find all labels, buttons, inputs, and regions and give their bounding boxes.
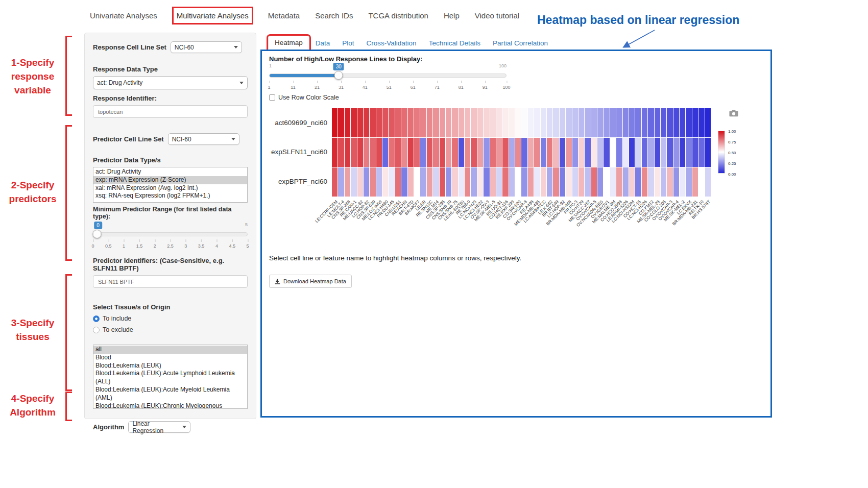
heatmap-cell[interactable]	[692, 108, 698, 137]
heatmap-cell[interactable]	[471, 108, 476, 137]
heatmap-cell[interactable]	[509, 167, 515, 197]
tissue-exclude-radio-row[interactable]: To exclude	[93, 326, 248, 333]
heatmap-cell[interactable]	[484, 108, 489, 137]
heatmap-cell[interactable]	[496, 108, 502, 137]
tab-heatmap[interactable]: Heatmap	[268, 36, 309, 50]
radio-unselected-icon[interactable]	[93, 327, 100, 333]
heatmap-cell[interactable]	[490, 167, 496, 197]
heatmap-cell[interactable]	[635, 138, 641, 167]
heatmap-cell[interactable]	[597, 108, 603, 137]
heatmap-cell[interactable]	[357, 138, 363, 167]
heatmap-cell[interactable]	[459, 167, 464, 197]
heatmap-cell[interactable]	[357, 167, 363, 197]
heatmap-cell[interactable]	[591, 108, 597, 137]
heatmap-cell[interactable]	[566, 108, 571, 137]
heatmap-cell[interactable]	[345, 108, 350, 137]
heatmap-cell[interactable]	[616, 138, 622, 167]
heatmap-cell[interactable]	[376, 108, 382, 137]
heatmap-cell[interactable]	[604, 167, 609, 197]
heatmap-cell[interactable]	[585, 138, 590, 167]
heatmap-cell[interactable]	[351, 108, 356, 137]
heatmap-cell[interactable]	[332, 108, 337, 137]
heatmap-cell[interactable]	[471, 167, 476, 197]
heatmap-cell[interactable]	[446, 167, 451, 197]
heatmap-cell[interactable]	[338, 108, 344, 137]
heatmap-cell[interactable]	[427, 108, 432, 137]
heatmap-cell[interactable]	[521, 167, 527, 197]
heatmap-cell[interactable]	[547, 167, 552, 197]
heatmap-cell[interactable]	[528, 138, 534, 167]
heatmap-cell[interactable]	[389, 167, 394, 197]
predictor-identifiers-input[interactable]	[93, 275, 248, 288]
listbox-option[interactable]: act: Drug Activity	[93, 168, 247, 176]
heatmap-cell[interactable]	[408, 138, 414, 167]
response-identifier-input[interactable]	[93, 105, 248, 118]
heatmap-grid[interactable]	[332, 108, 711, 197]
heatmap-cell[interactable]	[578, 138, 584, 167]
heatmap-cell[interactable]	[427, 138, 432, 167]
heatmap-cell[interactable]	[414, 108, 420, 137]
heatmap-cell[interactable]	[680, 167, 685, 197]
heatmap-cell[interactable]	[661, 167, 666, 197]
nav-item-help[interactable]: Help	[444, 11, 460, 20]
heatmap-cell[interactable]	[382, 138, 388, 167]
heatmap-cell[interactable]	[332, 138, 337, 167]
heatmap-cell[interactable]	[692, 138, 698, 167]
heatmap-cell[interactable]	[572, 108, 578, 137]
heatmap-cell[interactable]	[459, 108, 464, 137]
heatmap-cell[interactable]	[604, 138, 609, 167]
heatmap-row-label[interactable]: expSLFN11_nci60	[262, 147, 327, 157]
heatmap-cell[interactable]	[667, 138, 672, 167]
heatmap-cell[interactable]	[515, 108, 521, 137]
heatmap-cell[interactable]	[370, 167, 375, 197]
tab-plot[interactable]: Plot	[336, 37, 360, 50]
heatmap-cell[interactable]	[345, 138, 350, 167]
heatmap-cell[interactable]	[420, 167, 426, 197]
heatmap-cell[interactable]	[433, 108, 439, 137]
heatmap-cell[interactable]	[623, 167, 629, 197]
heatmap-cell[interactable]	[332, 167, 337, 197]
heatmap-cell[interactable]	[629, 108, 635, 137]
heatmap-cell[interactable]	[401, 167, 407, 197]
heatmap-cell[interactable]	[521, 138, 527, 167]
tab-technical-details[interactable]: Technical Details	[423, 37, 487, 50]
listbox-option[interactable]: Blood:Leukemia (LEUK):Chronic Myelogenou…	[93, 402, 247, 409]
heatmap-cell[interactable]	[414, 167, 420, 197]
heatmap-cell[interactable]	[496, 167, 502, 197]
heatmap-cell[interactable]	[572, 138, 578, 167]
heatmap-cell[interactable]	[477, 108, 483, 137]
heatmap-cell[interactable]	[642, 138, 647, 167]
use-row-color-scale-row[interactable]: Use Row Color Scale	[269, 94, 339, 101]
heatmap-cell[interactable]	[465, 108, 470, 137]
heatmap-cell[interactable]	[528, 167, 534, 197]
heatmap-cell[interactable]	[572, 167, 578, 197]
heatmap-cell[interactable]	[648, 167, 654, 197]
heatmap-cell[interactable]	[509, 108, 515, 137]
slider-track[interactable]	[93, 232, 248, 236]
camera-icon[interactable]	[729, 109, 738, 119]
heatmap-cell[interactable]	[604, 108, 609, 137]
heatmap-cell[interactable]	[661, 138, 666, 167]
heatmap-cell[interactable]	[364, 138, 369, 167]
tab-cross-validation[interactable]: Cross-Validation	[360, 37, 423, 50]
heatmap-cell[interactable]	[534, 108, 540, 137]
heatmap-cell[interactable]	[395, 108, 401, 137]
heatmap-cell[interactable]	[698, 138, 704, 167]
heatmap-cell[interactable]	[376, 167, 382, 197]
heatmap-cell[interactable]	[452, 167, 457, 197]
listbox-option[interactable]: xsq: RNA-seq Expression (log2 FPKM+1.)	[93, 192, 247, 200]
heatmap-cell[interactable]	[635, 108, 641, 137]
heatmap-cell[interactable]	[705, 138, 711, 167]
heatmap-cell[interactable]	[560, 108, 565, 137]
heatmap-cell[interactable]	[616, 167, 622, 197]
heatmap-cell[interactable]	[541, 108, 546, 137]
heatmap-cell[interactable]	[502, 138, 508, 167]
heatmap-cell[interactable]	[440, 138, 445, 167]
heatmap-cell[interactable]	[490, 108, 496, 137]
heatmap-cell[interactable]	[610, 167, 616, 197]
slider-track[interactable]	[269, 74, 507, 78]
heatmap-cell[interactable]	[433, 138, 439, 167]
heatmap-cell[interactable]	[364, 108, 369, 137]
heatmap-cell[interactable]	[376, 138, 382, 167]
heatmap-cell[interactable]	[395, 138, 401, 167]
